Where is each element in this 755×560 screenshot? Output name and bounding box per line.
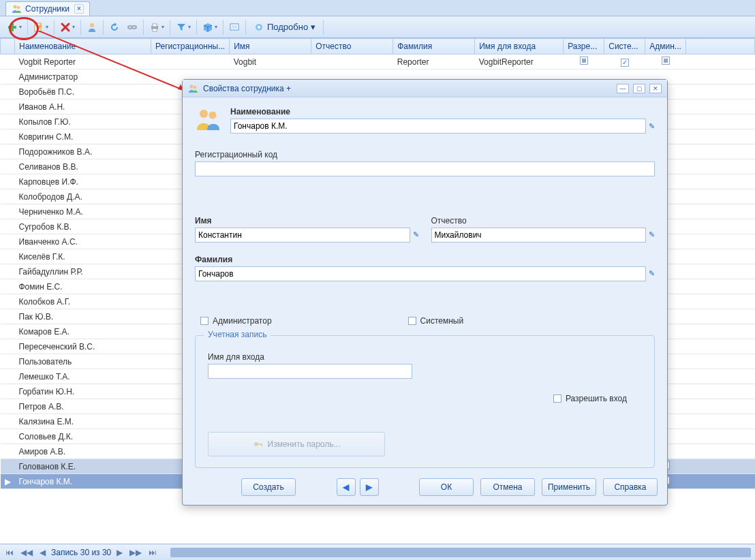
apply-button[interactable]: Применить [542,478,596,496]
mid-name-field[interactable] [431,228,647,243]
tab-employees[interactable]: Сотрудники × [5,1,90,16]
box-button[interactable]: ▾ [200,19,220,35]
svg-rect-3 [8,26,16,29]
column-header[interactable]: Имя для входа [475,39,564,55]
refresh-icon [109,22,120,33]
last-name-field[interactable] [195,266,646,281]
edit-pencil-icon[interactable]: ✎ [649,269,655,278]
nav-last[interactable]: ⏭ [147,548,158,557]
allow-login-checkbox[interactable]: Разрешить вход [553,394,627,403]
groupbox-legend: Учетная запись [204,330,271,339]
column-header[interactable]: Имя [230,39,311,55]
column-header[interactable]: Систе... [604,39,645,55]
employee-properties-dialog: Свойства сотрудника + — ▢ ✕ Наименование… [182,79,668,505]
column-header[interactable]: Регистрационны... [151,39,230,55]
dialog-title: Свойства сотрудника + [203,84,291,93]
edit-button[interactable]: ▾ [31,19,51,35]
filter-icon [176,22,187,33]
first-name-field[interactable] [195,228,410,243]
svg-rect-10 [153,29,157,31]
edit-pencil-icon[interactable]: ✎ [649,230,655,239]
record-text: Запись 30 из 30 [51,548,111,557]
status-bar: ⏮ ◀◀ ◀ Запись 30 из 30 ▶ ▶▶ ⏭ [0,544,755,560]
help-button[interactable]: Справка [603,478,658,496]
name-field[interactable] [230,119,646,134]
nav-prev-page[interactable]: ◀◀ [19,548,34,557]
close-tab-icon[interactable]: × [74,4,84,14]
filter-button[interactable]: ▾ [173,19,194,35]
edit-pencil-icon[interactable]: ✎ [413,230,419,239]
column-header[interactable]: Фамилия [393,39,475,55]
plus-icon [7,22,18,33]
label-first: Имя [195,216,419,225]
toolbar: ▾ ▾ ▾ ▾ ▾ ▾ Подробно ▾ [0,16,755,38]
prev-record-button[interactable]: ◀ [337,478,356,496]
users-icon [12,4,22,14]
edit-pencil-icon[interactable]: ✎ [649,122,655,131]
refresh-button[interactable] [106,19,123,35]
column-header[interactable]: Отчество [311,39,393,55]
label-mid: Отчество [431,216,656,225]
svg-point-14 [258,26,260,29]
box-icon [202,22,213,33]
h-scrollbar[interactable] [170,548,751,557]
users-icon [188,84,199,93]
dialog-footer: Создать ◀ ▶ ОК Отмена Применить Справка [183,475,667,505]
login-field[interactable] [208,364,412,379]
details-button[interactable]: Подробно ▾ [249,19,320,35]
column-header[interactable]: Админ... [645,39,686,55]
table-row[interactable]: Vogbit ReporterVogbitReporterVogbitRepor… [1,55,755,69]
gear-users-icon [253,22,264,33]
column-header[interactable]: Разре... [564,39,604,55]
svg-rect-9 [153,24,157,27]
column-header[interactable]: Наименование [15,39,151,55]
delete-icon [60,22,71,33]
nav-prev[interactable]: ◀ [38,548,47,557]
svg-rect-22 [261,444,262,446]
svg-point-7 [132,26,136,29]
link-button[interactable] [124,19,140,35]
svg-point-16 [190,84,194,88]
print-button[interactable]: ▾ [147,19,167,35]
pencil-page-icon [33,22,44,33]
print-icon [149,22,160,33]
dialog-titlebar[interactable]: Свойства сотрудника + — ▢ ✕ [183,80,667,97]
nav-next[interactable]: ▶ [115,548,124,557]
tab-bar: Сотрудники × [0,0,755,16]
close-button[interactable]: ✕ [649,84,662,93]
admin-checkbox[interactable]: Администратор [200,316,272,326]
svg-point-0 [14,5,17,9]
svg-point-1 [17,6,20,9]
user-icon [87,22,97,33]
maximize-button[interactable]: ▢ [633,84,645,93]
label-last: Фамилия [195,255,655,264]
svg-rect-12 [232,25,237,29]
change-password-button: Изменить пароль... [208,432,385,456]
label-name: Наименование [230,107,655,116]
create-button[interactable]: Создать [241,478,296,496]
svg-point-5 [90,23,94,27]
key-icon [253,439,264,450]
add-button[interactable]: ▾ [4,19,25,35]
ok-button[interactable]: ОК [419,478,474,496]
system-checkbox[interactable]: Системный [408,316,464,326]
label-login: Имя для входа [208,352,642,362]
avatar-icon [195,107,222,131]
user-button[interactable] [84,19,100,35]
tab-label: Сотрудники [25,4,70,14]
svg-point-17 [194,85,196,88]
account-groupbox: Учетная запись Имя для входа Разрешить в… [195,335,655,468]
nav-next-page[interactable]: ▶▶ [128,548,143,557]
label-regcode: Регистрационный код [195,150,655,159]
next-record-button[interactable]: ▶ [360,478,379,496]
regcode-field[interactable] [195,161,655,176]
minimize-button[interactable]: — [617,84,629,93]
svg-point-18 [200,110,208,118]
link-icon [127,22,138,33]
screen-icon [229,22,240,33]
screen-button[interactable] [226,19,243,35]
cancel-button[interactable]: Отмена [480,478,535,496]
nav-first[interactable]: ⏮ [4,548,15,557]
delete-button[interactable]: ▾ [57,19,78,35]
svg-point-19 [209,112,217,119]
